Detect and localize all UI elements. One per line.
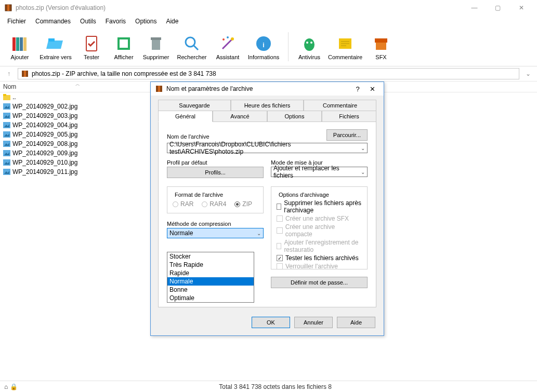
toolbar-info[interactable]: i Informations bbox=[245, 33, 282, 60]
toolbar-view[interactable]: Afficher bbox=[109, 33, 138, 60]
option-fast[interactable]: Rapide bbox=[167, 269, 254, 277]
toolbar-sfx-label: SFX bbox=[375, 54, 386, 60]
menu-favorites[interactable]: Favoris bbox=[101, 17, 130, 26]
dialog-title: Nom et paramètres de l'archive bbox=[166, 85, 350, 92]
toolbar-info-label: Informations bbox=[248, 54, 280, 60]
address-text: photos.zip - ZIP archive, la taille non … bbox=[32, 70, 216, 77]
option-good[interactable]: Bonne bbox=[167, 286, 254, 294]
svg-point-15 bbox=[231, 37, 234, 40]
cancel-button[interactable]: Annuler bbox=[294, 317, 333, 328]
image-icon bbox=[3, 141, 10, 147]
dialog-buttons: OK Annuler Aide bbox=[151, 312, 384, 335]
toolbar-wizard[interactable]: Assistant bbox=[213, 33, 242, 60]
radio-rar4[interactable]: RAR4 bbox=[202, 200, 226, 208]
image-icon bbox=[3, 150, 10, 156]
menu-help[interactable]: Aide bbox=[162, 17, 182, 26]
svg-rect-4 bbox=[20, 37, 23, 51]
radio-rar[interactable]: RAR bbox=[173, 200, 193, 208]
tab-time[interactable]: Heure des fichiers bbox=[231, 100, 304, 111]
file-name: WP_20140929_002.jpg bbox=[12, 103, 77, 110]
status-icons: ⌂ 🔒 bbox=[4, 383, 18, 390]
browse-button[interactable]: Parcourir... bbox=[326, 129, 368, 141]
dialog-close-button[interactable]: ✕ bbox=[365, 85, 379, 93]
svg-rect-30 bbox=[24, 71, 26, 77]
status-text: Total 3 841 738 octets dans les fichiers… bbox=[219, 383, 332, 390]
menu-file[interactable]: Fichier bbox=[3, 17, 30, 26]
lock-icon: 🔒 bbox=[10, 383, 18, 390]
file-name: WP_20140929_009.jpg bbox=[12, 150, 77, 157]
address-dropdown-icon[interactable]: ⌄ bbox=[522, 70, 534, 77]
compression-method-select[interactable]: Normale ⌄ bbox=[167, 228, 264, 238]
image-icon bbox=[3, 113, 10, 119]
svg-line-14 bbox=[222, 39, 232, 49]
toolbar-test[interactable]: Tester bbox=[77, 33, 106, 60]
sort-indicator-icon: ︿ bbox=[75, 81, 80, 88]
format-legend: Format de l'archive bbox=[173, 192, 225, 198]
up-button[interactable]: ↑ bbox=[3, 70, 15, 77]
menubar: Fichier Commandes Outils Favoris Options… bbox=[0, 16, 537, 27]
check-recovery: Ajouter l'enregistrement de restauratio bbox=[277, 239, 362, 253]
toolbar-delete-label: Supprimer bbox=[143, 54, 169, 60]
ok-button[interactable]: OK bbox=[252, 317, 290, 328]
set-password-button[interactable]: Définir mot de passe... bbox=[271, 277, 368, 288]
toolbar-find[interactable]: Rechercher bbox=[174, 33, 210, 60]
bug-icon bbox=[299, 33, 320, 54]
toolbar-test-label: Tester bbox=[84, 54, 99, 60]
app-icon bbox=[155, 85, 163, 93]
minimize-button[interactable]: — bbox=[463, 0, 486, 16]
wand-icon bbox=[217, 33, 238, 54]
svg-point-20 bbox=[304, 38, 315, 51]
svg-rect-11 bbox=[151, 37, 161, 40]
menu-tools[interactable]: Outils bbox=[76, 17, 100, 26]
svg-point-12 bbox=[186, 37, 195, 47]
check-sfx: Créer une archive SFX bbox=[277, 215, 362, 222]
tab-comment[interactable]: Commentaire bbox=[304, 100, 376, 111]
toolbar-sfx[interactable]: SFX bbox=[366, 33, 396, 60]
image-icon bbox=[3, 131, 10, 138]
trash-icon bbox=[146, 33, 166, 54]
toolbar-delete[interactable]: Supprimer bbox=[141, 33, 171, 60]
tabs-row-upper: Sauvegarde Heure des fichiers Commentair… bbox=[158, 100, 376, 111]
svg-rect-28 bbox=[375, 38, 387, 43]
svg-line-13 bbox=[194, 46, 198, 50]
close-button[interactable]: ✕ bbox=[509, 0, 533, 16]
check-test[interactable]: ✓Tester les fichiers archivés bbox=[277, 254, 362, 262]
dialog-help-button[interactable]: ? bbox=[350, 85, 365, 93]
option-best[interactable]: Optimale bbox=[167, 294, 254, 302]
tab-general-page: Nom de l'archive Parcourir... C:\Users\F… bbox=[158, 122, 376, 307]
toolbar-add[interactable]: Ajouter bbox=[5, 33, 34, 60]
file-name: .. bbox=[12, 93, 16, 101]
tab-advanced[interactable]: Avancé bbox=[213, 111, 267, 122]
profiles-button[interactable]: Profils... bbox=[167, 167, 264, 178]
radio-zip[interactable]: ZIP bbox=[234, 200, 252, 208]
archive-name-label: Nom de l'archive bbox=[167, 133, 209, 140]
svg-point-16 bbox=[222, 38, 225, 40]
toolbar-antivirus[interactable]: Antivirus bbox=[295, 33, 324, 60]
archive-icon bbox=[21, 70, 29, 77]
check-delete-after[interactable]: Supprimer les fichiers après l'archivage bbox=[277, 199, 362, 214]
option-normal[interactable]: Normale bbox=[167, 277, 254, 286]
archive-name-field[interactable]: C:\Users\Francois\Dropbox\CLUBIC\fichier… bbox=[167, 143, 368, 153]
header-name[interactable]: Nom ︿ bbox=[0, 82, 156, 92]
books-icon bbox=[9, 33, 30, 54]
tab-options[interactable]: Options bbox=[267, 111, 322, 122]
tab-files[interactable]: Fichiers bbox=[322, 111, 376, 122]
maximize-button[interactable]: ▢ bbox=[486, 0, 509, 16]
toolbar-comment[interactable]: Commentaire bbox=[327, 33, 363, 60]
help-button[interactable]: Aide bbox=[337, 317, 375, 328]
option-store[interactable]: Stocker bbox=[167, 252, 254, 261]
tab-general[interactable]: Général bbox=[158, 111, 213, 122]
toolbar-antivirus-label: Antivirus bbox=[298, 54, 320, 60]
toolbar-find-label: Rechercher bbox=[177, 54, 207, 60]
address-field[interactable]: photos.zip - ZIP archive, la taille non … bbox=[18, 68, 519, 79]
update-mode-select[interactable]: Ajouter et remplacer les fichiers ⌄ bbox=[271, 167, 368, 177]
search-icon bbox=[181, 33, 202, 54]
option-fastest[interactable]: Très Rapide bbox=[167, 261, 254, 269]
svg-rect-1 bbox=[7, 5, 9, 11]
menu-options[interactable]: Options bbox=[131, 17, 161, 26]
tab-backup[interactable]: Sauvegarde bbox=[158, 100, 231, 111]
toolbar-extract[interactable]: Extraire vers bbox=[37, 33, 74, 60]
svg-rect-9 bbox=[120, 39, 128, 48]
menu-commands[interactable]: Commandes bbox=[31, 17, 75, 26]
book-icon bbox=[113, 33, 134, 54]
